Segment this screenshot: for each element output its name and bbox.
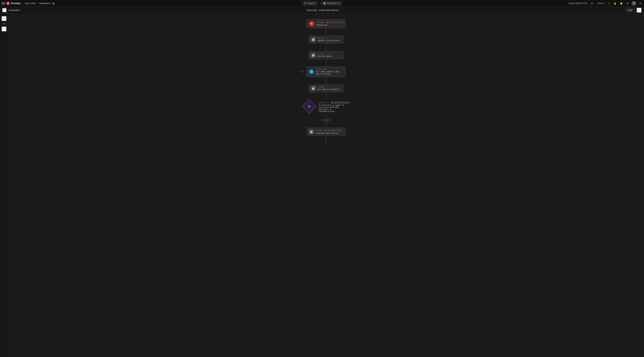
action2-icon bbox=[311, 53, 316, 58]
main-area: + 75% − Trigger Parameterized bbox=[0, 14, 644, 357]
connector-4 bbox=[326, 77, 326, 84]
action-install-salt-sensor[interactable]: Action Parameterized install_salt_sensor bbox=[306, 128, 346, 136]
zoom-level: 75% bbox=[2, 23, 6, 25]
action-device-query[interactable]: Action Device Query bbox=[308, 51, 344, 59]
nav-current: Automation bbox=[39, 2, 50, 5]
zoom-in-button[interactable]: + bbox=[2, 16, 7, 21]
trigger-content: Trigger Parameterized Scheduled bbox=[316, 21, 345, 26]
more-options-button[interactable]: ⋯ bbox=[636, 8, 642, 13]
condition-type: Condition Parameterized bbox=[319, 101, 350, 104]
talon-dropdown-icon[interactable]: ▾ bbox=[606, 1, 611, 6]
connector-2 bbox=[326, 44, 326, 51]
action1-icon bbox=[311, 37, 316, 42]
action4-content: Action Parameterized install_salt_sensor bbox=[316, 129, 343, 134]
condition-diamond-container[interactable]: ⚡ bbox=[302, 100, 316, 113]
trigger-param-badge: Parameterized bbox=[326, 21, 345, 24]
loop-wrapper: ↻ Start Loop For each Sensor IDs; Concur… bbox=[306, 67, 346, 77]
action1-content: Action update_job_history bbox=[318, 37, 340, 42]
top-navigation: Foundry | App builder › Automation 🔖 Sea… bbox=[0, 0, 644, 7]
trigger-icon bbox=[309, 21, 314, 26]
condition-text: If Platform is equal to Linux And Hostna… bbox=[319, 104, 348, 112]
condition-diamond: ⚡ bbox=[302, 99, 316, 114]
svg-rect-16 bbox=[311, 130, 312, 131]
loop-content: Start Loop For each Sensor IDs; Concurre… bbox=[316, 68, 343, 75]
condition-param-badge: Parameterized bbox=[330, 101, 350, 104]
trigger-node[interactable]: Trigger Parameterized Scheduled bbox=[306, 20, 346, 28]
connector-1 bbox=[326, 28, 326, 36]
connector-8 bbox=[326, 136, 326, 144]
avatar[interactable]: U bbox=[632, 1, 636, 6]
canvas[interactable]: Trigger Parameterized Scheduled bbox=[8, 14, 644, 357]
svg-rect-8 bbox=[312, 54, 314, 54]
nav-divider: | bbox=[22, 2, 23, 5]
loop-name: For each Sensor IDs; Concurrently bbox=[316, 70, 343, 75]
svg-text:⚡: ⚡ bbox=[308, 105, 310, 108]
action-update-job-history[interactable]: Action update_job_history bbox=[308, 36, 344, 44]
grid-icon[interactable]: ⊞ bbox=[590, 1, 594, 6]
action2-name: Device Query bbox=[318, 55, 332, 58]
action4-type: Action Parameterized bbox=[316, 129, 343, 132]
left-panel: + 75% − bbox=[0, 14, 8, 357]
canvas-inner: Trigger Parameterized Scheduled bbox=[8, 14, 644, 357]
action4-param-badge: Parameterized bbox=[324, 129, 343, 132]
condition-wrapper: ⚡ Condition Parameterized If Platfo bbox=[302, 100, 350, 113]
action2-type: Action bbox=[318, 53, 332, 55]
hamburger-icon[interactable] bbox=[2, 2, 5, 5]
connector-6 bbox=[326, 113, 326, 118]
apps-icon[interactable]: ⊞ bbox=[625, 1, 630, 6]
flow-container: Trigger Parameterized Scheduled bbox=[302, 20, 350, 144]
nav-right: Search@6607eb31 ⊞ _Talon 1 ▾ 🔥 🔔 ⊞ U ⚙ bbox=[344, 1, 642, 6]
svg-rect-5 bbox=[312, 38, 314, 38]
loop-node[interactable]: Start Loop For each Sensor IDs; Concurre… bbox=[306, 67, 346, 77]
action4-icon bbox=[309, 129, 314, 134]
flame-icon[interactable]: 🔥 bbox=[613, 1, 617, 6]
action-get-device-details[interactable]: Action Get device details bbox=[308, 84, 344, 92]
connector-7 bbox=[326, 122, 326, 128]
loop-icon bbox=[309, 69, 314, 74]
search-label: Search bbox=[308, 2, 315, 5]
charlotte-ai-button[interactable]: ✦ Charlotte AI bbox=[321, 1, 342, 6]
back-button[interactable]: ← bbox=[2, 8, 7, 12]
action1-name: update_job_history bbox=[318, 40, 340, 42]
loop-type: Start Loop bbox=[316, 68, 343, 70]
user-search-id: Search@6607eb31 bbox=[568, 2, 588, 5]
talon-label: _Talon 1 bbox=[596, 2, 604, 5]
action3-name: Get device details bbox=[318, 88, 340, 90]
action3-content: Action Get device details bbox=[318, 86, 340, 90]
action3-type: Action bbox=[318, 86, 340, 88]
condition-icon: ⚡ bbox=[308, 105, 311, 108]
brand-icon bbox=[6, 2, 10, 5]
loop-arrow-icon: ↻ bbox=[301, 70, 304, 74]
search-button[interactable]: Search bbox=[302, 1, 318, 6]
search-icon bbox=[304, 2, 306, 4]
svg-line-2 bbox=[306, 4, 306, 4]
svg-rect-12 bbox=[312, 87, 314, 88]
condition-info: Condition Parameterized If Platform is e… bbox=[319, 100, 350, 112]
connector-5 bbox=[326, 92, 326, 100]
action1-type: Action bbox=[318, 37, 340, 39]
edit-button[interactable]: Edit bbox=[625, 8, 635, 12]
bookmark-icon[interactable]: 🔖 bbox=[52, 2, 55, 5]
brand-name[interactable]: Foundry bbox=[11, 2, 20, 5]
nav-app-builder[interactable]: App builder bbox=[25, 2, 36, 5]
action4-name: install_salt_sensor bbox=[316, 132, 343, 134]
settings-icon[interactable]: ⚙ bbox=[638, 1, 642, 6]
nav-center: Search ✦ Charlotte AI bbox=[302, 1, 342, 6]
toolbar-breadcrumb: Automation bbox=[8, 9, 20, 12]
charlotte-icon: ✦ bbox=[323, 2, 326, 5]
page-title: View only - Install Salt Sensor bbox=[22, 9, 624, 12]
svg-point-1 bbox=[304, 2, 306, 4]
trigger-name: Scheduled bbox=[316, 24, 345, 26]
zoom-out-button[interactable]: − bbox=[2, 26, 7, 32]
true-badge: TRUE bbox=[321, 118, 331, 122]
connector-3 bbox=[326, 59, 326, 67]
trigger-type-label: Trigger Parameterized bbox=[316, 21, 345, 24]
svg-point-0 bbox=[7, 2, 9, 4]
toolbar: ← Automation View only - Install Salt Se… bbox=[0, 7, 644, 14]
nav-left: Foundry | App builder › Automation 🔖 bbox=[2, 2, 300, 5]
action3-icon bbox=[311, 86, 316, 91]
charlotte-label: Charlotte AI bbox=[327, 2, 340, 5]
action2-content: Action Device Query bbox=[318, 53, 332, 58]
bell-icon[interactable]: 🔔 bbox=[619, 1, 624, 6]
nav-separator: › bbox=[37, 2, 38, 5]
